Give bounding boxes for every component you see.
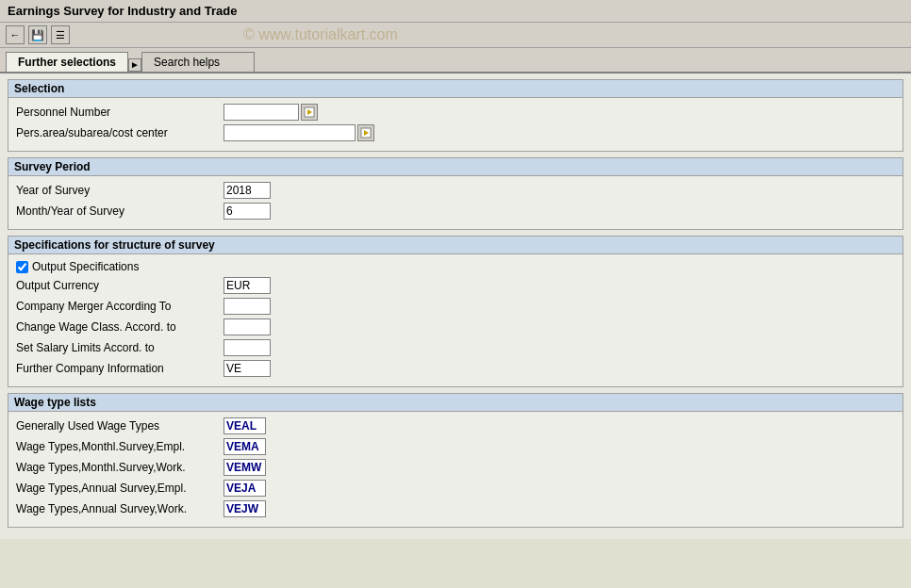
currency-label: Output Currency — [16, 279, 224, 292]
month-label: Month/Year of Survey — [16, 204, 224, 218]
personnel-match-btn[interactable] — [301, 104, 318, 121]
veja-value: VEJA — [224, 480, 266, 497]
title-bar: Earnings Survey for Industry and Trade — [0, 0, 911, 23]
tab-search-helps[interactable]: Search helps — [141, 52, 255, 72]
further-company-input[interactable] — [224, 360, 271, 377]
year-input[interactable] — [224, 182, 271, 199]
currency-input[interactable] — [224, 277, 271, 294]
wage-type-lists-body: Generally Used Wage Types VEAL Wage Type… — [8, 412, 903, 527]
survey-period-section: Survey Period Year of Survey Month/Year … — [8, 157, 903, 230]
output-specifications-checkbox[interactable] — [16, 261, 28, 273]
persarea-match-btn[interactable] — [357, 124, 374, 141]
persarea-label: Pers.area/subarea/cost center — [16, 126, 224, 139]
form-row-year: Year of Survey — [16, 182, 895, 199]
output-specifications-row: Output Specifications — [16, 260, 895, 273]
form-row-vejw: Wage Types,Annual Survey,Work. VEJW — [16, 500, 895, 517]
selection-body: Personnel Number Pers.area/subarea/cost … — [8, 98, 903, 151]
vemw-value: VEMW — [224, 459, 266, 476]
tab-further-selections-label: Further selections — [18, 56, 116, 69]
save-icon[interactable]: 💾 — [28, 25, 47, 44]
tab-search-helps-label: Search helps — [154, 56, 220, 69]
specifications-body: Output Specifications Output Currency Co… — [8, 254, 903, 386]
watermark: © www.tutorialkart.com — [243, 26, 398, 43]
monthl-work-label: Wage Types,Monthl.Survey,Work. — [16, 461, 224, 474]
form-row-veal: Generally Used Wage Types VEAL — [16, 417, 895, 434]
year-label: Year of Survey — [16, 184, 224, 197]
vejw-value: VEJW — [224, 500, 266, 517]
personnel-number-input[interactable] — [224, 104, 299, 121]
form-row-vemw: Wage Types,Monthl.Survey,Work. VEMW — [16, 459, 895, 476]
content-area: Selection Personnel Number Pers.area/sub… — [0, 74, 911, 539]
form-row-company-merger: Company Merger According To — [16, 298, 895, 315]
tab-further-selections[interactable]: Further selections — [6, 52, 128, 72]
form-row-month: Month/Year of Survey — [16, 203, 895, 220]
salary-limits-label: Set Salary Limits Accord. to — [16, 341, 224, 354]
survey-period-body: Year of Survey Month/Year of Survey — [8, 176, 903, 229]
vema-value: VEMA — [224, 438, 266, 455]
survey-period-header: Survey Period — [8, 158, 903, 176]
month-input[interactable] — [224, 203, 271, 220]
more-icon[interactable]: ☰ — [51, 25, 70, 44]
wage-class-label: Change Wage Class. Accord. to — [16, 320, 224, 334]
wage-class-input[interactable] — [224, 318, 271, 335]
selection-header: Selection — [8, 80, 903, 98]
form-row-wage-class: Change Wage Class. Accord. to — [16, 318, 895, 335]
specifications-header: Specifications for structure of survey — [8, 237, 903, 254]
page-title: Earnings Survey for Industry and Trade — [8, 4, 237, 18]
personnel-number-label: Personnel Number — [16, 106, 224, 119]
form-row-currency: Output Currency — [16, 277, 895, 294]
wage-type-lists-header: Wage type lists — [8, 394, 903, 412]
further-company-label: Further Company Information — [16, 362, 224, 375]
tab-bar: Further selections ► Search helps — [0, 48, 911, 74]
form-row-personnel: Personnel Number — [16, 104, 895, 121]
form-row-salary-limits: Set Salary Limits Accord. to — [16, 339, 895, 356]
generally-used-label: Generally Used Wage Types — [16, 419, 224, 433]
form-row-veja: Wage Types,Annual Survey,Empl. VEJA — [16, 480, 895, 497]
toolbar: ← 💾 ☰ © www.tutorialkart.com — [0, 23, 911, 48]
company-merger-input[interactable] — [224, 298, 271, 315]
back-icon[interactable]: ← — [6, 25, 25, 44]
output-specifications-label: Output Specifications — [32, 260, 139, 273]
form-row-further-company: Further Company Information — [16, 360, 895, 377]
form-row-persarea: Pers.area/subarea/cost center — [16, 124, 895, 141]
specifications-section: Specifications for structure of survey O… — [8, 236, 903, 387]
selection-section: Selection Personnel Number Pers.area/sub… — [8, 79, 903, 152]
annual-work-label: Wage Types,Annual Survey,Work. — [16, 502, 224, 515]
company-merger-label: Company Merger According To — [16, 300, 224, 313]
salary-limits-input[interactable] — [224, 339, 271, 356]
wage-type-lists-section: Wage type lists Generally Used Wage Type… — [8, 393, 903, 528]
tab-arrow-icon: ► — [128, 58, 141, 72]
veal-value: VEAL — [224, 417, 266, 434]
persarea-input[interactable] — [224, 124, 356, 141]
annual-empl-label: Wage Types,Annual Survey,Empl. — [16, 482, 224, 495]
form-row-vema: Wage Types,Monthl.Survey,Empl. VEMA — [16, 438, 895, 455]
monthl-empl-label: Wage Types,Monthl.Survey,Empl. — [16, 440, 224, 453]
